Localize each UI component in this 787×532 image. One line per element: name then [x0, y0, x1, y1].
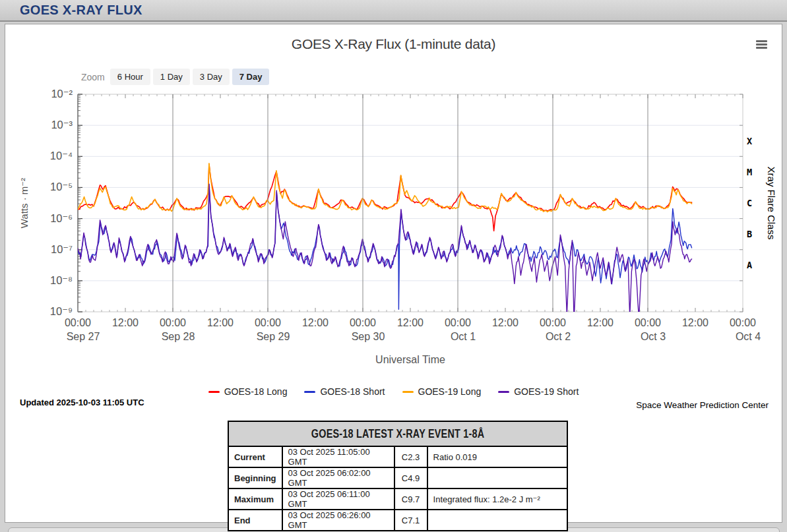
app-header: GOES X-RAY FLUX	[0, 0, 787, 22]
page-title: GOES X-RAY FLUX	[20, 3, 142, 18]
series-goes-18-short	[78, 187, 692, 309]
chart-legend: GOES-18 LongGOES-18 ShortGOES-19 LongGOE…	[5, 386, 782, 397]
page: GOES X-RAY FLUX GOES X-Ray Flux (1-minut…	[0, 0, 787, 532]
x-tick-label: 12:00	[397, 317, 424, 328]
x-tick-label: 00:00	[730, 317, 756, 328]
legend-item-goes-18-short[interactable]: GOES-18 Short	[304, 386, 385, 397]
legend-label: GOES-19 Short	[514, 386, 579, 397]
y-tick-label: 10⁻²	[51, 88, 73, 100]
x-tick-label: 12:00	[587, 317, 614, 328]
xray-event-table: GOES-18 LATEST X-RAY EVENT 1-8Å Current0…	[228, 421, 568, 531]
table-row: Maximum03 Oct 2025 06:11:00 GMTC9.7Integ…	[228, 488, 567, 510]
event-time-cell: 03 Oct 2025 06:02:00 GMT	[282, 467, 394, 488]
y-tick-label: 10⁻³	[51, 119, 73, 131]
event-time-cell: 03 Oct 2025 11:05:00 GMT	[282, 446, 394, 467]
event-table-header: GOES-18 LATEST X-RAY EVENT 1-8Å	[228, 421, 567, 446]
x-date-label: Sep 28	[162, 331, 195, 342]
x-date-label: Oct 1	[451, 331, 476, 342]
series-goes-19-short	[78, 184, 692, 321]
y-tick-label: 10⁻⁵	[50, 181, 73, 192]
legend-label: GOES-19 Long	[418, 386, 482, 397]
event-label-cell: End	[228, 510, 282, 531]
legend-item-goes-18-long[interactable]: GOES-18 Long	[208, 386, 288, 397]
event-note-cell	[427, 510, 567, 531]
event-time-cell: 03 Oct 2025 06:11:00 GMT	[282, 488, 394, 510]
y-tick-label: 10⁻⁷	[51, 243, 73, 255]
x-tick-label: 00:00	[635, 317, 661, 328]
legend-item-goes-19-long[interactable]: GOES-19 Long	[402, 386, 482, 397]
xray-flux-chart: 10⁻²10⁻³10⁻⁴10⁻⁵10⁻⁶10⁻⁷10⁻⁸10⁻⁹00:0012:…	[5, 24, 783, 394]
series-goes-18-long	[78, 164, 692, 231]
event-class-cell: C4.9	[394, 467, 427, 488]
x-tick-label: 00:00	[160, 317, 186, 328]
x-date-label: Oct 3	[641, 331, 666, 342]
event-class-cell: C7.1	[394, 510, 427, 531]
table-row: End03 Oct 2025 06:26:00 GMTC7.1	[228, 510, 567, 531]
flare-class-label: X	[747, 136, 752, 146]
plot-border	[78, 94, 743, 312]
x-tick-label: 00:00	[445, 317, 471, 328]
flare-class-label: M	[747, 167, 752, 177]
event-note-cell: Ratio 0.019	[427, 446, 567, 467]
legend-label: GOES-18 Long	[224, 386, 288, 397]
event-note-cell	[427, 467, 567, 488]
event-label-cell: Maximum	[228, 488, 282, 510]
x-date-label: Oct 2	[546, 331, 571, 342]
x-tick-label: 00:00	[540, 317, 566, 328]
y-axis-title: Watts · m⁻²	[18, 178, 30, 229]
flare-class-label: A	[747, 260, 752, 270]
x-tick-label: 00:00	[350, 317, 376, 328]
event-time-cell: 03 Oct 2025 06:26:00 GMT	[282, 510, 394, 531]
x-tick-label: 00:00	[255, 317, 281, 328]
flare-class-label: C	[747, 198, 752, 208]
event-label-cell: Current	[228, 446, 282, 467]
legend-dash-icon	[498, 391, 509, 393]
table-row: Beginning03 Oct 2025 06:02:00 GMTC4.9	[228, 467, 567, 488]
y-tick-label: 10⁻⁸	[50, 274, 73, 286]
x-tick-label: 00:00	[65, 317, 91, 328]
flare-class-label: B	[747, 229, 752, 239]
x-tick-label: 12:00	[112, 317, 139, 328]
event-class-cell: C2.3	[394, 446, 427, 467]
event-label-cell: Beginning	[228, 467, 282, 488]
x-date-label: Sep 27	[67, 331, 100, 342]
x-tick-label: 12:00	[302, 317, 329, 328]
legend-dash-icon	[402, 391, 414, 393]
y-tick-label: 10⁻⁴	[50, 150, 73, 162]
x-axis-title: Universal Time	[375, 354, 445, 365]
legend-label: GOES-18 Short	[320, 386, 385, 397]
chart-panel: GOES X-Ray Flux (1-minute data) Zoom 6 H…	[5, 24, 782, 523]
legend-item-goes-19-short[interactable]: GOES-19 Short	[498, 386, 579, 397]
event-table-title: GOES-18 LATEST X-RAY EVENT 1-8Å	[311, 427, 485, 441]
updated-timestamp: Updated 2025-10-03 11:05 UTC	[20, 398, 144, 407]
x-tick-label: 12:00	[682, 317, 708, 328]
legend-dash-icon	[304, 391, 315, 393]
event-class-cell: C9.7	[394, 488, 427, 510]
table-row: Current03 Oct 2025 11:05:00 GMTC2.3Ratio…	[228, 446, 567, 467]
right-axis-title: Xray Flare Class	[766, 167, 777, 240]
y-tick-label: 10⁻⁶	[50, 212, 73, 224]
x-tick-label: 12:00	[492, 317, 519, 328]
series-group	[78, 163, 692, 322]
y-tick-label: 10⁻⁹	[50, 305, 73, 317]
x-date-label: Sep 30	[352, 331, 385, 342]
credit-text: Space Weather Prediction Center	[636, 400, 769, 410]
legend-dash-icon	[208, 391, 220, 393]
event-note-cell: Integrated flux: 1.2e-2 J m⁻²	[427, 488, 567, 510]
x-tick-label: 12:00	[207, 317, 234, 328]
x-date-label: Sep 29	[257, 331, 290, 342]
x-date-label: Oct 4	[736, 331, 761, 342]
